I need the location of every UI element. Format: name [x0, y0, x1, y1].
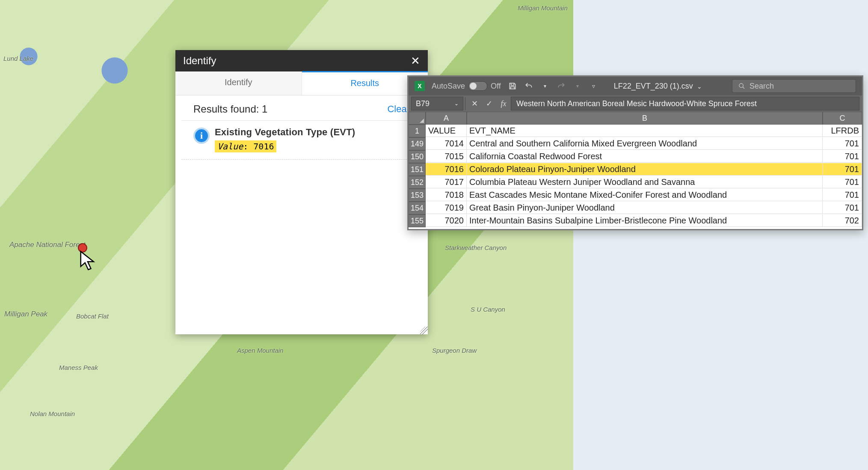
toggle-off-icon[interactable]	[468, 81, 487, 91]
search-icon	[738, 83, 745, 89]
clear-button[interactable]: Clear	[387, 104, 410, 115]
map-identify-marker[interactable]	[78, 243, 87, 253]
row-header[interactable]: 1	[409, 125, 426, 137]
cell[interactable]: 701	[823, 176, 862, 188]
tab-identify[interactable]: Identify	[175, 71, 302, 95]
info-icon: i	[193, 128, 210, 144]
resize-handle-icon[interactable]	[420, 327, 428, 334]
row-header[interactable]: 151	[409, 163, 426, 176]
cell[interactable]: 7018	[426, 189, 467, 201]
cell[interactable]: California Coastal Redwood Forest	[467, 150, 823, 163]
column-header[interactable]: C	[823, 112, 862, 125]
result-value-number: 7016	[253, 141, 274, 152]
search-placeholder: Search	[750, 82, 774, 91]
cell[interactable]: 7016	[426, 163, 467, 176]
select-all-corner[interactable]	[409, 112, 426, 125]
svg-point-0	[739, 83, 743, 87]
map-place-label: Maness Peak	[59, 364, 98, 371]
cell[interactable]: Inter-Mountain Basins Subalpine Limber-B…	[467, 214, 823, 227]
column-header[interactable]: B	[467, 112, 823, 125]
autosave-label: AutoSave	[432, 82, 465, 91]
name-box-value: B79	[416, 99, 430, 108]
cell[interactable]: 7015	[426, 150, 467, 163]
cursor-icon	[79, 250, 96, 272]
row-header[interactable]: 153	[409, 189, 426, 202]
result-value-badge: Value: 7016	[215, 140, 276, 152]
excel-logo-icon: X	[415, 81, 425, 91]
cell[interactable]: VALUE	[426, 125, 467, 137]
map-place-label: Apache National Forest	[9, 241, 86, 249]
cell[interactable]: East Cascades Mesic Montane Mixed-Conife…	[467, 189, 823, 201]
close-icon[interactable]: ✕	[411, 54, 420, 68]
cell[interactable]: Great Basin Pinyon-Juniper Woodland	[467, 202, 823, 214]
cell[interactable]: Colorado Plateau Pinyon-Juniper Woodland	[467, 163, 823, 176]
results-found-text: Results found: 1	[193, 103, 267, 115]
overflow-icon[interactable]: ▿	[589, 81, 598, 91]
map-place-label: S U Canyon	[471, 306, 505, 313]
identify-panel: Identify ✕ Identify Results Results foun…	[175, 50, 428, 334]
fx-icon[interactable]: fx	[496, 99, 511, 108]
map-place-label: Lund Lake	[3, 55, 33, 62]
cell[interactable]: 7019	[426, 202, 467, 214]
cell[interactable]: 701	[823, 163, 862, 176]
result-item[interactable]: i Existing Vegetation Type (EVT) Value: …	[181, 121, 422, 160]
cell[interactable]: Columbia Plateau Western Juniper Woodlan…	[467, 176, 823, 188]
undo-icon[interactable]	[524, 81, 533, 91]
excel-window: X AutoSave Off ▾ ▾ ▿ LF22_EVT_230 (1).cs…	[407, 75, 863, 230]
identify-tabs: Identify Results	[175, 71, 428, 95]
chevron-down-icon[interactable]: ▾	[540, 81, 550, 91]
chevron-down-icon[interactable]: ▾	[573, 81, 582, 91]
map-place-label: Aspen Mountain	[237, 347, 283, 354]
map-place-label: Milligan Peak	[4, 310, 47, 318]
cell[interactable]: 7017	[426, 176, 467, 188]
chevron-down-icon: ⌄	[697, 83, 702, 90]
cell[interactable]: 701	[823, 202, 862, 214]
column-header[interactable]: A	[426, 112, 467, 125]
results-toolbar: Results found: 1 Clear	[181, 95, 422, 121]
save-icon[interactable]	[508, 81, 517, 91]
excel-search[interactable]: Search	[732, 79, 856, 93]
identify-title-text: Identify	[183, 55, 216, 67]
cell[interactable]: 702	[823, 214, 862, 227]
result-layer-name: Existing Vegetation Type (EVT)	[215, 127, 355, 138]
name-box[interactable]: B79 ⌄	[411, 97, 463, 110]
formula-bar: B79 ⌄ ✕ ✓ fx Western North American Bore…	[409, 95, 862, 112]
redo-icon[interactable]	[557, 81, 566, 91]
row-header[interactable]: 155	[409, 214, 426, 227]
cell[interactable]: 701	[823, 137, 862, 150]
identify-titlebar[interactable]: Identify ✕	[175, 50, 428, 71]
enter-formula-icon[interactable]: ✓	[482, 99, 496, 108]
autosave-toggle[interactable]: AutoSave Off	[432, 81, 501, 91]
result-value-label: Value	[217, 141, 243, 152]
cell[interactable]: LFRDB	[823, 125, 862, 137]
cell[interactable]: 701	[823, 189, 862, 201]
autosave-state: Off	[491, 82, 501, 91]
row-header[interactable]: 149	[409, 137, 426, 150]
cancel-formula-icon[interactable]: ✕	[467, 99, 482, 108]
map-place-label: Nolan Mountain	[30, 410, 75, 417]
map-place-label: Starkweather Canyon	[445, 244, 507, 251]
map-place-label: Bobcat Flat	[76, 312, 109, 320]
cell[interactable]: 701	[823, 150, 862, 163]
cell[interactable]: 7014	[426, 137, 467, 150]
formula-input[interactable]: Western North American Boreal Mesic Hard…	[511, 97, 859, 110]
row-header[interactable]: 154	[409, 202, 426, 214]
map-place-label: Milligan Mountain	[518, 4, 568, 12]
spreadsheet-grid[interactable]: ABC1VALUEEVT_NAMELFRDB1497014Central and…	[409, 112, 862, 227]
row-header[interactable]: 152	[409, 176, 426, 189]
map-place-label: Spurgeon Draw	[432, 347, 477, 354]
cell[interactable]: 7020	[426, 214, 467, 227]
excel-filename[interactable]: LF22_EVT_230 (1).csv ⌄	[614, 82, 702, 91]
formula-text: Western North American Boreal Mesic Hard…	[516, 99, 757, 108]
excel-titlebar[interactable]: X AutoSave Off ▾ ▾ ▿ LF22_EVT_230 (1).cs…	[409, 77, 862, 95]
row-header[interactable]: 150	[409, 150, 426, 163]
cell[interactable]: Central and Southern California Mixed Ev…	[467, 137, 823, 150]
cell[interactable]: EVT_NAME	[467, 125, 823, 137]
chevron-down-icon: ⌄	[454, 101, 459, 107]
